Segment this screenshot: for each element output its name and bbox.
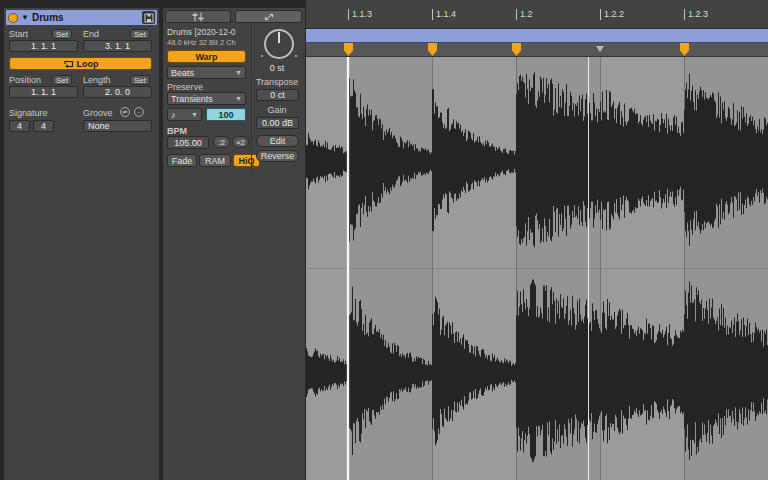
note-value-icon: ♪ — [171, 110, 176, 120]
bpm-label: BPM — [167, 126, 187, 136]
ram-button[interactable]: RAM — [199, 154, 231, 167]
warp-marker-icon[interactable] — [680, 43, 689, 56]
edit-button[interactable]: Edit — [256, 135, 299, 147]
warp-marker-icon[interactable] — [344, 43, 353, 56]
preserve-mode-value: Transients — [171, 94, 213, 104]
length-label: Length — [83, 75, 111, 85]
chevron-down-icon: ▼ — [191, 111, 198, 118]
clip-color-icon[interactable] — [8, 13, 18, 23]
length-set-button[interactable]: Set — [130, 75, 150, 85]
sample-file-name: Drums [2020-12-0 — [167, 27, 249, 37]
tab-expand[interactable] — [235, 10, 302, 23]
ruler-label: 1.2.3 — [684, 9, 708, 20]
bpm-halve-button[interactable]: :2 — [213, 136, 230, 148]
transpose-semitones-value[interactable]: 0 st — [251, 63, 303, 73]
warp-marker-strip[interactable] — [306, 43, 768, 57]
preserve-mode-chooser[interactable]: Transients ▼ — [167, 92, 246, 105]
groove-chooser[interactable]: None — [83, 120, 152, 132]
start-value-field[interactable]: 1. 1. 1 — [9, 40, 78, 52]
knob-pointer-icon — [278, 32, 280, 43]
loop-icon — [63, 60, 74, 68]
groove-pool-arrow-icon[interactable]: → — [134, 107, 144, 117]
end-value-field[interactable]: 3. 1. 1 — [83, 40, 152, 52]
loop-region-bar[interactable] — [306, 29, 768, 43]
loop-button-label: Loop — [77, 59, 99, 69]
end-label: End — [83, 29, 99, 39]
sample-file-props: 48.0 kHz 32 Bit 2 Ch — [167, 38, 236, 47]
start-label: Start — [9, 29, 28, 39]
ruler-label: 1.1.4 — [432, 9, 456, 20]
length-value-field[interactable]: 2. 0. 0 — [83, 86, 152, 98]
beat-time-ruler[interactable]: 1.1.31.1.41.21.2.21.2.3 — [306, 0, 768, 29]
signature-numerator-field[interactable]: 4 — [9, 120, 30, 132]
position-label: Position — [9, 75, 41, 85]
chevron-down-icon[interactable]: ▼ — [21, 14, 29, 22]
bpm-value-field[interactable]: 105.00 — [167, 136, 209, 149]
position-value-field[interactable]: 1. 1. 1 — [9, 86, 78, 98]
gain-field[interactable]: 0.00 dB — [256, 117, 299, 129]
clip-view: ▼ Drums Start Set End Set 1. 1. 1 3. 1. … — [0, 0, 768, 480]
transpose-knob[interactable] — [264, 29, 294, 59]
insert-marker — [588, 57, 589, 480]
floppy-icon — [144, 13, 154, 23]
transient-loop-mode-chooser[interactable]: ♪ ▼ — [167, 108, 202, 121]
position-set-button[interactable]: Set — [52, 75, 72, 85]
transpose-label: Transpose — [251, 77, 303, 87]
clip-title: Drums — [32, 12, 139, 23]
fade-button[interactable]: Fade — [167, 154, 197, 167]
warp-mode-value: Beats — [171, 68, 194, 78]
groove-hotswap-icon[interactable]: ⇄ — [120, 107, 130, 117]
gain-label: Gain — [251, 105, 303, 115]
signature-label: Signature — [9, 108, 48, 118]
start-set-button[interactable]: Set — [52, 29, 72, 39]
sample-panel: Drums [2020-12-0 48.0 kHz 32 Bit 2 Ch Wa… — [163, 8, 305, 480]
playhead — [347, 57, 349, 480]
detune-field[interactable]: 0 ct — [256, 89, 299, 101]
chevron-down-icon: ▼ — [235, 69, 242, 76]
save-default-clip-button[interactable] — [142, 11, 155, 24]
pseudo-warp-marker-icon[interactable] — [596, 46, 604, 52]
ruler-label: 1.2 — [516, 9, 533, 20]
ruler-label: 1.1.3 — [348, 9, 372, 20]
transient-envelope-field[interactable]: 100 — [206, 108, 246, 121]
loop-button[interactable]: Loop — [9, 57, 152, 70]
waveform-display[interactable] — [306, 57, 768, 480]
ruler-label: 1.2.2 — [600, 9, 624, 20]
clip-panel: ▼ Drums Start Set End Set 1. 1. 1 3. 1. … — [4, 8, 159, 480]
warp-mode-chooser[interactable]: Beats ▼ — [167, 66, 246, 79]
channel-divider — [306, 268, 768, 269]
chevron-down-icon: ▼ — [235, 95, 242, 102]
reverse-button[interactable]: Reverse — [256, 150, 299, 162]
signature-denominator-field[interactable]: 4 — [33, 120, 54, 132]
waveform-area: 1.1.31.1.41.21.2.21.2.3 — [306, 0, 768, 480]
preserve-label: Preserve — [167, 82, 203, 92]
faders-icon — [191, 12, 205, 22]
panel-divider — [251, 24, 252, 174]
groove-label: Groove — [83, 108, 113, 118]
tab-envelopes[interactable] — [165, 10, 231, 23]
bpm-double-button[interactable]: ×2 — [232, 136, 249, 148]
warp-button[interactable]: Warp — [167, 50, 246, 63]
clip-header[interactable]: ▼ Drums — [6, 10, 157, 25]
warp-marker-icon[interactable] — [428, 43, 437, 56]
warp-marker-icon[interactable] — [512, 43, 521, 56]
diagonal-arrows-icon — [263, 12, 275, 22]
end-set-button[interactable]: Set — [130, 29, 150, 39]
